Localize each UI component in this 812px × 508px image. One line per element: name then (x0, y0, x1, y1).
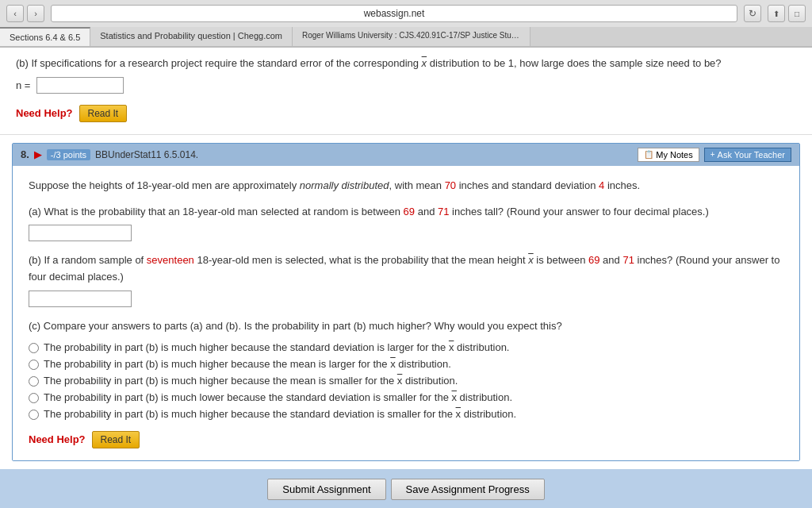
part-a-text: (a) What is the probability that an 18-y… (29, 204, 783, 221)
page-content: (b) If specifications for a research pro… (0, 48, 812, 508)
top-read-it-button[interactable]: Read It (79, 105, 128, 122)
expand-icon[interactable]: ▶ (34, 148, 42, 160)
part-b-text: (b) If a random sample of seventeen 18-y… (29, 252, 783, 286)
address-bar[interactable]: webassign.net (51, 5, 737, 22)
question-8-body: Suppose the heights of 18-year-old men a… (13, 166, 799, 460)
radio-group: The probability in part (b) is much high… (29, 341, 783, 420)
points-badge: -/3 points (47, 149, 90, 160)
save-assignment-button[interactable]: Save Assignment Progress (391, 479, 545, 500)
radio-option-1[interactable]: The probability in part (b) is much high… (29, 341, 783, 353)
top-part-b: (b) If specifications for a research pro… (16, 56, 796, 94)
url-text: webassign.net (364, 8, 425, 19)
ask-teacher-button[interactable]: + Ask Your Teacher (704, 148, 791, 162)
n-row: n = (16, 77, 796, 94)
share-button[interactable]: ⬆ (768, 5, 785, 22)
q8-need-help: Need Help? Read It (29, 431, 783, 448)
browser-tabs: Sections 6.4 & 6.5 Statistics and Probab… (0, 27, 812, 47)
tab-sections[interactable]: Sections 6.4 & 6.5 (0, 27, 90, 46)
top-question-section: (b) If specifications for a research pro… (0, 48, 812, 135)
back-button[interactable]: ‹ (6, 5, 24, 22)
question-8-header: 8. ▶ -/3 points BBUnderStat11 6.5.014. 📋… (13, 144, 799, 166)
share-buttons: ⬆ □ (768, 5, 806, 22)
part-b-input[interactable] (29, 291, 132, 307)
radio-1[interactable] (29, 343, 39, 353)
question-8-section: 8. ▶ -/3 points BBUnderStat11 6.5.014. 📋… (12, 143, 800, 461)
question-id: BBUnderStat11 6.5.014. (95, 149, 633, 160)
radio-option-3[interactable]: The probability in part (b) is much high… (29, 375, 783, 387)
tab-rwu[interactable]: Roger Williams University : CJS.420.91C-… (293, 27, 530, 46)
radio-4[interactable] (29, 393, 39, 403)
radio-option-5[interactable]: The probability in part (b) is much high… (29, 408, 783, 420)
question-intro: Suppose the heights of 18-year-old men a… (29, 178, 783, 194)
part-b: (b) If a random sample of seventeen 18-y… (29, 252, 783, 307)
tab-chegg[interactable]: Statistics and Probability question | Ch… (90, 27, 293, 46)
part-a-input[interactable] (29, 225, 132, 241)
browser-chrome: ‹ › webassign.net ↻ ⬆ □ Sections 6.4 & 6… (0, 0, 812, 48)
q8-read-it-button[interactable]: Read It (92, 431, 140, 448)
radio-option-4[interactable]: The probability in part (b) is much lowe… (29, 391, 783, 403)
forward-button[interactable]: › (27, 5, 44, 22)
q8-need-help-text: Need Help? (29, 433, 86, 445)
top-need-help-text: Need Help? (16, 107, 73, 119)
radio-3[interactable] (29, 376, 39, 387)
top-part-b-text: (b) If specifications for a research pro… (16, 56, 796, 72)
top-need-help: Need Help? Read It (16, 105, 796, 122)
n-label: n = (16, 79, 30, 91)
part-c-text: (c) Compare your answers to parts (a) an… (29, 318, 783, 335)
radio-5[interactable] (29, 410, 39, 420)
radio-option-2[interactable]: The probability in part (b) is much high… (29, 358, 783, 370)
refresh-button[interactable]: ↻ (744, 5, 761, 22)
browser-toolbar: ‹ › webassign.net ↻ ⬆ □ (0, 0, 812, 27)
submit-assignment-button[interactable]: Submit Assignment (267, 479, 385, 500)
window-button[interactable]: □ (788, 5, 806, 22)
footer-buttons: Submit Assignment Save Assignment Progre… (0, 469, 812, 508)
question-number: 8. (21, 148, 29, 160)
radio-2[interactable] (29, 360, 39, 370)
nav-buttons: ‹ › (6, 5, 44, 22)
n-input[interactable] (36, 77, 124, 94)
part-c: (c) Compare your answers to parts (a) an… (29, 318, 783, 420)
my-notes-button[interactable]: 📋 My Notes (638, 148, 699, 162)
part-a: (a) What is the probability that an 18-y… (29, 204, 783, 242)
